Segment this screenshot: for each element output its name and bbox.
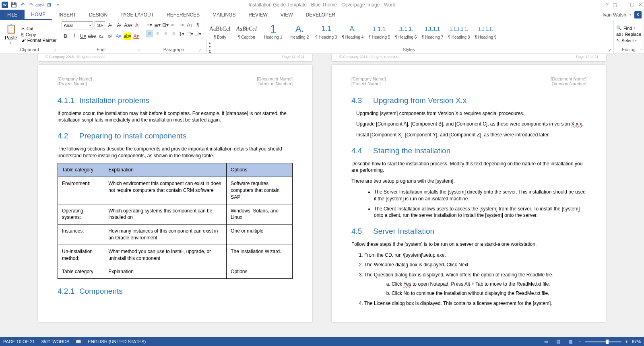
para-launcher-icon[interactable]: ⤢ <box>198 48 202 52</box>
line-spacing-icon[interactable]: ‡▾ <box>178 30 185 37</box>
user-avatar[interactable]: K <box>634 11 642 19</box>
zoom-level[interactable]: 87% <box>632 339 641 344</box>
cut-icon: ✂ <box>21 26 25 31</box>
underline-icon[interactable]: U▾ <box>79 33 87 40</box>
tab-file[interactable]: FILE <box>0 10 25 20</box>
style-item[interactable]: A.¶ Heading 4 <box>339 21 366 41</box>
zoom-in-icon[interactable]: + <box>625 339 628 344</box>
copy-button[interactable]: ⎘Copy <box>21 32 57 37</box>
tab-developer[interactable]: DEVELOPER <box>299 10 341 20</box>
grow-font-icon[interactable]: A▴ <box>107 22 114 29</box>
undo-icon[interactable]: ↶ <box>19 2 26 8</box>
group-paragraph: ≡▾ ≣▾ ⊟▾ ⇤ ⇥ A↓ ¶ ≡ ≡ ≡ ≡ ‡▾ ⬚▾ ☐▾ Parag… <box>143 20 204 54</box>
font-launcher-icon[interactable]: ⤢ <box>138 48 142 52</box>
maximize-icon[interactable]: ☐ <box>630 2 634 8</box>
tab-insert[interactable]: INSERT <box>52 10 83 20</box>
highlight-icon[interactable]: ab▾ <box>124 33 131 40</box>
style-item[interactable]: 1.1.1.1.¶ Heading 9 <box>472 21 499 41</box>
font-name-combo[interactable]: Arial▾ <box>62 21 93 29</box>
align-right-icon[interactable]: ≡ <box>162 30 169 37</box>
minimize-icon[interactable]: — <box>621 2 626 8</box>
style-item[interactable]: 1.1.1¶ Heading 5 <box>366 21 392 41</box>
subscript-icon[interactable]: x₂ <box>97 33 104 40</box>
titlebar: W 💾 ↶ ↷ abc✓ ⊞ ▼ Installation Guide Temp… <box>0 0 644 10</box>
redo-icon[interactable]: ↷ <box>28 2 35 8</box>
replace-button[interactable]: ab↕Replace <box>616 32 641 37</box>
align-center-icon[interactable]: ≡ <box>154 30 161 37</box>
tab-design[interactable]: DESIGN <box>83 10 114 20</box>
group-clipboard: 📋 Paste ▾ ✂Cut ⎘Copy 🖌Format Painter Cli… <box>0 20 59 54</box>
clipboard-launcher-icon[interactable]: ⤢ <box>54 48 58 52</box>
increase-indent-icon[interactable]: ⇥ <box>178 21 185 29</box>
table-row: Instances:How many instances of this com… <box>58 224 293 245</box>
status-words[interactable]: 3521 WORDS <box>41 339 70 344</box>
brush-icon: 🖌 <box>21 38 26 43</box>
status-language[interactable]: ENGLISH (UNITED STATES) <box>88 339 146 344</box>
find-button[interactable]: 🔍Find▾ <box>616 25 641 31</box>
style-item[interactable]: 1Heading 1 <box>260 21 286 41</box>
style-item[interactable]: A.Heading 2 <box>286 21 313 41</box>
show-marks-icon[interactable]: ¶ <box>194 21 201 29</box>
tab-review[interactable]: REVIEW <box>242 10 274 20</box>
strike-icon[interactable]: abc <box>88 33 95 40</box>
list-item: The Server Installation installs the [sy… <box>374 189 586 202</box>
format-painter-button[interactable]: 🖌Format Painter <box>21 38 57 43</box>
collapse-ribbon-icon[interactable]: ^ <box>640 48 642 53</box>
align-left-icon[interactable]: ≡ <box>146 30 153 37</box>
styles-scroll-up-icon[interactable]: ▴ <box>207 41 213 45</box>
help-icon[interactable]: ? <box>606 2 609 8</box>
style-item[interactable]: .1.1.1.¶ Heading 6 <box>392 21 419 41</box>
styles-launcher-icon[interactable]: ⤢ <box>608 48 612 52</box>
read-mode-icon[interactable]: ▭ <box>542 338 550 345</box>
justify-icon[interactable]: ≡ <box>170 30 177 37</box>
tab-mailings[interactable]: MAILINGS <box>206 10 242 20</box>
qat-more-icon[interactable]: ▼ <box>55 2 61 8</box>
list-item: The License dialog box is displayed. Thi… <box>364 300 586 307</box>
bullet-list: The Server Installation installs the [sy… <box>351 189 586 219</box>
style-item[interactable]: 1.1.1.1¶ Heading 7 <box>419 21 446 41</box>
bold-icon[interactable]: B <box>62 33 69 40</box>
italic-icon[interactable]: I <box>70 33 78 40</box>
zoom-slider[interactable] <box>585 341 621 342</box>
font-color-icon[interactable]: A▾ <box>132 33 140 40</box>
tab-view[interactable]: VIEW <box>274 10 299 20</box>
borders-icon[interactable]: ☐▾ <box>194 30 201 37</box>
close-icon[interactable]: ✕ <box>638 2 642 8</box>
document-canvas[interactable]: © Company 2018. All rights reserved.Page… <box>0 54 644 337</box>
spellcheck-status-icon[interactable]: 📖 <box>76 339 81 344</box>
style-item[interactable]: 1.1¶ Heading 3 <box>313 21 339 41</box>
zoom-out-icon[interactable]: − <box>578 339 581 344</box>
save-icon[interactable]: 💾 <box>10 2 17 8</box>
spellcheck-icon[interactable]: abc✓ <box>37 2 43 8</box>
components-table: Table category Explanation Options Envir… <box>58 163 293 279</box>
tab-home[interactable]: HOME <box>25 10 52 20</box>
tab-references[interactable]: REFERENCES <box>160 10 206 20</box>
numbering-icon[interactable]: ≣▾ <box>154 21 161 29</box>
text-effects-icon[interactable]: A▾ <box>115 33 122 40</box>
tab-pagelayout[interactable]: PAGE LAYOUT <box>114 10 160 20</box>
sort-icon[interactable]: A↓ <box>186 21 193 29</box>
decrease-indent-icon[interactable]: ⇤ <box>170 21 177 29</box>
print-layout-icon[interactable]: ▤ <box>554 338 562 345</box>
status-page[interactable]: PAGE 10 OF 21 <box>3 339 35 344</box>
multilevel-icon[interactable]: ⊟▾ <box>162 21 169 29</box>
touch-mode-icon[interactable]: ⊞ <box>46 2 52 8</box>
shading-icon[interactable]: ⬚▾ <box>186 30 193 37</box>
font-size-combo[interactable]: 10▾ <box>95 21 105 29</box>
user-name[interactable]: Ivan Walsh <box>603 12 626 18</box>
ribbon-options-icon[interactable]: ▢ <box>613 2 617 8</box>
shrink-font-icon[interactable]: A▾ <box>116 22 123 29</box>
bullets-icon[interactable]: ≡▾ <box>146 21 153 29</box>
superscript-icon[interactable]: x² <box>106 33 113 40</box>
paste-button[interactable]: 📋 Paste ▾ <box>2 23 20 45</box>
clear-formatting-icon[interactable]: A̷ <box>133 22 140 29</box>
body-text: Install [Component X], [Component Y], an… <box>356 132 586 138</box>
select-button[interactable]: ↖Select▾ <box>616 38 641 43</box>
style-item[interactable]: AaBbCcI¶ Caption <box>233 21 260 41</box>
body-text: Upgrade [Component A], [Component B], an… <box>356 121 586 128</box>
style-item[interactable]: AaBbCcI¶ Body <box>206 21 233 41</box>
style-item[interactable]: 1.1.1.1.1.¶ Heading 8 <box>446 21 472 41</box>
cut-button[interactable]: ✂Cut <box>21 26 57 31</box>
web-layout-icon[interactable]: ▦ <box>566 338 574 345</box>
change-case-icon[interactable]: Aa▾ <box>124 22 132 29</box>
